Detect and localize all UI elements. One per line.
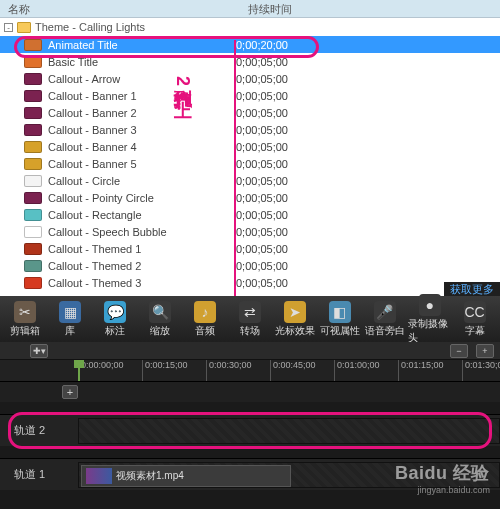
- playhead[interactable]: [78, 360, 80, 381]
- toolbar-icon: ◧: [329, 301, 351, 323]
- toolbar-字幕[interactable]: CC字幕: [453, 301, 496, 338]
- toolbar-label: 语音旁白: [365, 324, 405, 338]
- collapse-icon[interactable]: -: [4, 23, 13, 32]
- track-2-lane[interactable]: [78, 418, 500, 444]
- add-track-row: +: [0, 382, 500, 402]
- item-icon: [24, 209, 42, 221]
- folder-icon: [17, 22, 31, 33]
- item-duration: 0;00;05;00: [236, 243, 316, 255]
- item-name: Callout - Arrow: [48, 73, 236, 85]
- toolbar-label: 录制摄像头: [408, 317, 451, 345]
- item-icon: [24, 39, 42, 51]
- toolbar-label: 音频: [195, 324, 215, 338]
- toolbar-光标效果[interactable]: ➤光标效果: [273, 301, 316, 338]
- toolbar-label: 转场: [240, 324, 260, 338]
- item-icon: [24, 141, 42, 153]
- media-list: - Theme - Calling Lights Animated Title0…: [0, 18, 500, 296]
- toolbar-缩放[interactable]: 🔍缩放: [139, 301, 182, 338]
- toolbar-转场[interactable]: ⇄转场: [229, 301, 272, 338]
- track-1-lane[interactable]: 视频素材1.mp4: [78, 462, 500, 488]
- list-item[interactable]: Callout - Circle0;00;05;00: [0, 172, 500, 189]
- item-duration: 0;00;05;00: [236, 107, 316, 119]
- track-1[interactable]: 轨道 1 视频素材1.mp4: [0, 458, 500, 490]
- item-name: Callout - Themed 1: [48, 243, 236, 255]
- toolbar-icon: CC: [464, 301, 486, 323]
- item-duration: 0;00;05;00: [236, 90, 316, 102]
- item-icon: [24, 56, 42, 68]
- track-2[interactable]: 轨道 2: [0, 414, 500, 446]
- timeline-controls: ✚▾ − +: [0, 342, 500, 360]
- item-duration: 0;00;20;00: [236, 39, 316, 51]
- toolbar-icon: 🎤: [374, 301, 396, 323]
- toolbar-icon: ⇄: [239, 301, 261, 323]
- item-duration: 0;00;05;00: [236, 209, 316, 221]
- zoom-in-button[interactable]: +: [476, 344, 494, 358]
- list-item[interactable]: Callout - Banner 20;00;05;00: [0, 104, 500, 121]
- list-item[interactable]: Callout - Themed 20;00;05;00: [0, 257, 500, 274]
- item-name: Callout - Banner 2: [48, 107, 236, 119]
- video-clip[interactable]: 视频素材1.mp4: [81, 465, 291, 487]
- toolbar-剪辑箱[interactable]: ✂剪辑箱: [4, 301, 47, 338]
- list-item[interactable]: Callout - Themed 30;00;05;00: [0, 274, 500, 291]
- item-name: Callout - Banner 5: [48, 158, 236, 170]
- toolbar-语音旁白[interactable]: 🎤语音旁白: [363, 301, 406, 338]
- toolbar-label: 标注: [105, 324, 125, 338]
- item-duration: 0;00;05;00: [236, 277, 316, 289]
- item-icon: [24, 73, 42, 85]
- track-1-label: 轨道 1: [0, 467, 78, 482]
- list-item[interactable]: Callout - Arrow0;00;05;00: [0, 70, 500, 87]
- toolbar-label: 光标效果: [275, 324, 315, 338]
- list-item[interactable]: Animated Title0;00;20;00: [0, 36, 500, 53]
- item-icon: [24, 243, 42, 255]
- zoom-out-button[interactable]: −: [450, 344, 468, 358]
- toolbar-label: 缩放: [150, 324, 170, 338]
- tool-menu-button[interactable]: ✚▾: [30, 344, 48, 358]
- ruler-tick: 0:01:15;00: [398, 360, 444, 381]
- item-icon: [24, 226, 42, 238]
- item-duration: 0;00;05;00: [236, 158, 316, 170]
- get-more-link[interactable]: 获取更多: [444, 282, 500, 296]
- list-item[interactable]: Callout - Pointy Circle0;00;05;00: [0, 189, 500, 206]
- list-item[interactable]: Callout - Banner 10;00;05;00: [0, 87, 500, 104]
- toolbar-icon: ♪: [194, 301, 216, 323]
- add-track-button[interactable]: +: [62, 385, 78, 399]
- time-ruler[interactable]: 0:00:00;000:00:15;000:00:30;000:00:45;00…: [0, 360, 500, 382]
- item-name: Animated Title: [48, 39, 236, 51]
- toolbar-音频[interactable]: ♪音频: [184, 301, 227, 338]
- ruler-tick: 0:00:15;00: [142, 360, 188, 381]
- list-header: 名称 持续时间: [0, 0, 500, 18]
- item-duration: 0;00;05;00: [236, 141, 316, 153]
- item-icon: [24, 260, 42, 272]
- toolbar-库[interactable]: ▦库: [49, 301, 92, 338]
- item-name: Callout - Banner 1: [48, 90, 236, 102]
- item-duration: 0;00;05;00: [236, 73, 316, 85]
- item-icon: [24, 192, 42, 204]
- toolbar-标注[interactable]: 💬标注: [94, 301, 137, 338]
- list-item[interactable]: Callout - Banner 40;00;05;00: [0, 138, 500, 155]
- toolbar-icon: 🔍: [149, 301, 171, 323]
- toolbar-icon: ▦: [59, 301, 81, 323]
- toolbar-可视属性[interactable]: ◧可视属性: [318, 301, 361, 338]
- ruler-tick: 0:00:00;00: [78, 360, 124, 381]
- clip-thumbnail: [86, 468, 112, 484]
- item-name: Callout - Themed 2: [48, 260, 236, 272]
- list-item[interactable]: Callout - Rectangle0;00;05;00: [0, 206, 500, 223]
- list-item[interactable]: Callout - Speech Bubble0;00;05;00: [0, 223, 500, 240]
- toolbar-录制摄像头[interactable]: ●录制摄像头: [408, 294, 451, 345]
- item-name: Callout - Rectangle: [48, 209, 236, 221]
- ruler-tick: 0:00:30;00: [206, 360, 252, 381]
- ruler-tick: 0:01:00;00: [334, 360, 380, 381]
- track-2-label: 轨道 2: [0, 423, 78, 438]
- folder-row[interactable]: - Theme - Calling Lights: [0, 18, 500, 36]
- col-duration-header: 持续时间: [240, 0, 400, 17]
- list-item[interactable]: Callout - Banner 50;00;05;00: [0, 155, 500, 172]
- item-duration: 0;00;05;00: [236, 192, 316, 204]
- item-name: Callout - Banner 4: [48, 141, 236, 153]
- toolbar-icon: ➤: [284, 301, 306, 323]
- folder-name: Theme - Calling Lights: [35, 21, 145, 33]
- list-item[interactable]: Basic Title0;00;05;00: [0, 53, 500, 70]
- list-item[interactable]: Callout - Themed 10;00;05;00: [0, 240, 500, 257]
- list-item[interactable]: Callout - Banner 30;00;05;00: [0, 121, 500, 138]
- item-name: Callout - Themed 3: [48, 277, 236, 289]
- item-icon: [24, 175, 42, 187]
